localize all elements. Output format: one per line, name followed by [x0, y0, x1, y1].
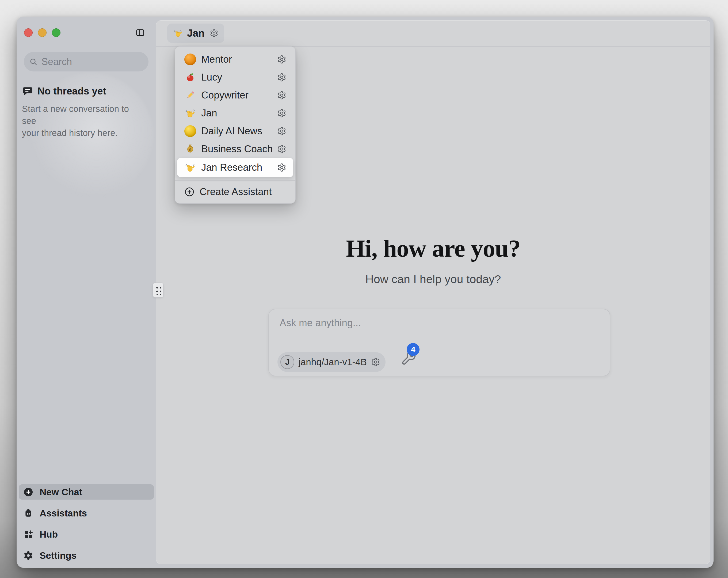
empty-state-line2: your thread history here.: [22, 128, 118, 138]
gear-icon[interactable]: [277, 145, 286, 154]
plus-circle-icon: [23, 487, 34, 498]
menu-item-label: Business Coach: [201, 144, 272, 155]
main-panel: Jan Mentor L: [156, 20, 710, 564]
yellow-circle-icon: [184, 125, 197, 137]
thread-bubble-icon: [22, 85, 33, 97]
create-assistant-label: Create Assistant: [200, 186, 271, 198]
sidebar-item-label: Settings: [40, 550, 77, 561]
menu-item-label: Copywriter: [201, 90, 249, 101]
money-bag-icon: $: [184, 143, 197, 155]
model-settings-icon[interactable]: [371, 357, 380, 367]
waving-hand-icon: [184, 161, 197, 173]
menu-item-jan-research[interactable]: Jan Research: [177, 158, 293, 177]
circle-plus-icon: [184, 186, 195, 197]
hub-grid-plus-icon: [23, 529, 34, 540]
sidebar: No threads yet Start a new conversation …: [17, 17, 156, 568]
search-input[interactable]: [42, 56, 143, 68]
menu-item-daily-ai-news[interactable]: Daily AI News: [177, 122, 293, 140]
menu-item-label: Lucy: [201, 72, 222, 83]
sidebar-toggle-icon[interactable]: [135, 28, 145, 37]
waving-hand-icon: [173, 28, 183, 38]
menu-item-business-coach[interactable]: $ Business Coach: [177, 140, 293, 158]
search-icon: [29, 57, 38, 66]
red-apple-icon: [184, 71, 197, 83]
menu-item-jan[interactable]: Jan: [177, 104, 293, 122]
gear-icon[interactable]: [277, 127, 286, 136]
threads-empty-state: No threads yet Start a new conversation …: [22, 85, 145, 139]
close-window-button[interactable]: [24, 28, 33, 37]
sidebar-item-label: Hub: [40, 529, 58, 540]
sidebar-item-new-chat[interactable]: New Chat: [19, 484, 154, 500]
sidebar-item-assistants[interactable]: Assistants: [19, 505, 154, 521]
empty-state-line1: Start a new conversation to see: [22, 104, 129, 126]
greeting-subtitle: How can I help you today?: [156, 273, 710, 286]
sidebar-nav: New Chat Assistants Hub: [19, 484, 154, 563]
menu-item-copywriter[interactable]: Copywriter: [177, 86, 293, 104]
pencil-icon: [184, 90, 197, 101]
greeting: Hi, how are you? How can I help you toda…: [156, 234, 710, 286]
orange-circle-icon: [184, 53, 197, 65]
sidebar-item-label: New Chat: [40, 487, 82, 498]
zoom-window-button[interactable]: [52, 28, 60, 37]
menu-item-label: Jan: [201, 107, 217, 119]
app-window: No threads yet Start a new conversation …: [17, 17, 713, 568]
window-controls: [24, 28, 60, 37]
empty-state-title: No threads yet: [37, 85, 106, 97]
greeting-title: Hi, how are you?: [156, 234, 710, 262]
gear-icon[interactable]: [277, 73, 286, 82]
menu-item-mentor[interactable]: Mentor: [177, 50, 293, 68]
gear-icon: [23, 550, 34, 561]
model-name: janhq/Jan-v1-4B: [298, 357, 367, 368]
current-assistant-name: Jan: [187, 28, 204, 39]
menu-item-lucy[interactable]: Lucy: [177, 68, 293, 86]
tools-button[interactable]: 4: [401, 343, 430, 373]
menu-item-label: Daily AI News: [201, 126, 262, 137]
minimize-window-button[interactable]: [38, 28, 47, 37]
model-selector-button[interactable]: J janhq/Jan-v1-4B: [278, 352, 386, 372]
assistant-settings-icon[interactable]: [210, 29, 218, 37]
sidebar-resize-handle[interactable]: [153, 282, 163, 298]
main-header: [156, 20, 710, 47]
gear-icon[interactable]: [277, 55, 286, 64]
create-assistant-button[interactable]: Create Assistant: [177, 183, 293, 200]
assistant-robot-icon: [23, 508, 34, 519]
gear-icon[interactable]: [277, 109, 286, 118]
menu-item-label: Mentor: [201, 54, 232, 65]
sidebar-item-settings[interactable]: Settings: [19, 548, 154, 563]
model-avatar: J: [280, 355, 294, 369]
assistant-selector-button[interactable]: Jan: [167, 24, 224, 43]
tools-count-badge: 4: [407, 343, 419, 356]
drag-dots-icon: [155, 285, 161, 295]
sidebar-item-label: Assistants: [40, 508, 87, 519]
menu-item-label: Jan Research: [201, 162, 262, 173]
chat-input[interactable]: [280, 317, 520, 329]
search-bar[interactable]: [24, 52, 149, 71]
gear-icon[interactable]: [277, 163, 286, 172]
gear-icon[interactable]: [277, 91, 286, 100]
assistant-dropdown-menu: Mentor Lucy: [175, 46, 296, 204]
chat-composer[interactable]: J janhq/Jan-v1-4B 4: [268, 309, 610, 376]
sidebar-item-hub[interactable]: Hub: [19, 527, 154, 542]
waving-hand-icon: [184, 107, 197, 119]
svg-text:$: $: [189, 148, 191, 152]
menu-separator: [175, 180, 295, 181]
